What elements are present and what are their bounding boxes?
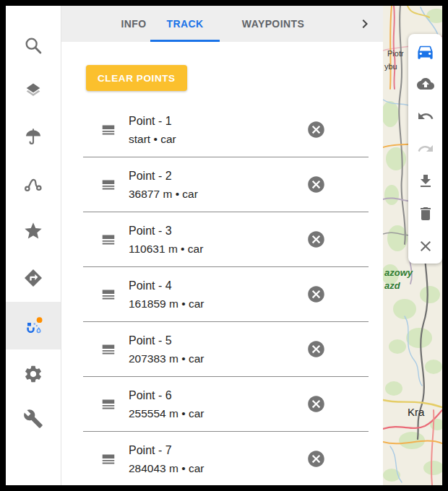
remove-point-button[interactable] xyxy=(306,284,327,305)
point-subtitle: start • car xyxy=(129,130,306,148)
point-title: Point - 3 xyxy=(129,222,306,240)
star-icon[interactable] xyxy=(17,215,49,247)
track-panel: INFO TRACK WAYPOINTS CLEAR POINTS Point … xyxy=(61,6,383,485)
track-point-row: Point - 3 110631 m • car xyxy=(83,212,369,267)
tab-info[interactable]: INFO xyxy=(112,6,155,42)
point-title: Point - 5 xyxy=(129,331,306,349)
undo-icon[interactable] xyxy=(415,105,436,127)
close-icon[interactable] xyxy=(415,235,436,257)
track-point-row: Point - 6 255554 m • car xyxy=(83,377,369,432)
drag-handle-icon[interactable] xyxy=(100,451,117,468)
track-tab-content: CLEAR POINTS Point - 1 start • car Point… xyxy=(61,42,383,485)
drag-handle-icon[interactable] xyxy=(100,176,117,194)
map-town-label-2: ybu xyxy=(384,62,397,71)
tab-bar: INFO TRACK WAYPOINTS xyxy=(61,6,383,42)
app-window: INFO TRACK WAYPOINTS CLEAR POINTS Point … xyxy=(6,6,442,485)
point-title: Point - 7 xyxy=(129,441,306,459)
chevron-right-icon[interactable] xyxy=(356,15,374,32)
point-subtitle: 255554 m • car xyxy=(129,404,306,422)
remove-point-button[interactable] xyxy=(306,120,327,140)
point-subtitle: 161859 m • car xyxy=(129,295,306,313)
remove-point-button[interactable] xyxy=(306,394,327,414)
remove-point-button[interactable] xyxy=(306,449,327,469)
screen-frame: { "tabs": { "items": [ { "label": "INFO"… xyxy=(0,0,448,491)
car-mode-icon[interactable] xyxy=(415,40,436,62)
point-text: Point - 1 start • car xyxy=(129,112,306,148)
track-editor-icon[interactable] xyxy=(17,310,49,342)
layers-icon[interactable] xyxy=(17,75,49,107)
track-point-row: Point - 1 start • car xyxy=(83,103,369,157)
remove-point-button[interactable] xyxy=(306,230,327,250)
point-subtitle: 207383 m • car xyxy=(129,349,306,368)
tab-track[interactable]: TRACK xyxy=(150,6,220,42)
remove-point-button[interactable] xyxy=(306,339,327,360)
point-title: Point - 6 xyxy=(129,386,306,404)
point-title: Point - 2 xyxy=(129,167,306,185)
route-icon[interactable] xyxy=(17,169,49,201)
map-city-label: Kra xyxy=(408,406,425,418)
notification-badge-dot xyxy=(37,317,43,323)
redo-icon[interactable] xyxy=(415,138,436,160)
point-subtitle: 284043 m • car xyxy=(129,459,306,477)
track-point-row: Point - 4 161859 m • car xyxy=(83,267,369,322)
map-area-label: azowy xyxy=(384,267,413,278)
point-text: Point - 7 284043 m • car xyxy=(129,441,306,477)
remove-point-button[interactable] xyxy=(306,175,327,195)
point-text: Point - 3 110631 m • car xyxy=(129,222,306,258)
clear-points-button[interactable]: CLEAR POINTS xyxy=(86,65,187,91)
map-town-label: Piotr xyxy=(387,49,404,58)
drag-handle-icon[interactable] xyxy=(100,396,117,413)
track-point-row: Point - 7 284043 m • car xyxy=(83,432,369,485)
point-text: Point - 2 36877 m • car xyxy=(129,167,306,203)
settings-icon[interactable] xyxy=(17,358,49,390)
tools-icon[interactable] xyxy=(17,403,49,435)
download-icon[interactable] xyxy=(415,170,436,192)
track-point-row: Point - 2 36877 m • car xyxy=(83,157,369,212)
delete-icon[interactable] xyxy=(415,203,436,225)
point-subtitle: 110631 m • car xyxy=(129,240,306,258)
map-toolbar xyxy=(408,34,442,264)
track-point-list: Point - 1 start • car Point - 2 36877 m … xyxy=(61,103,383,485)
drag-handle-icon[interactable] xyxy=(100,341,117,358)
cloud-upload-icon[interactable] xyxy=(415,73,436,95)
directions-icon[interactable] xyxy=(17,262,49,294)
point-text: Point - 4 161859 m • car xyxy=(129,277,306,313)
point-text: Point - 6 255554 m • car xyxy=(129,386,306,422)
point-subtitle: 36877 m • car xyxy=(129,185,306,203)
drag-handle-icon[interactable] xyxy=(100,121,117,139)
point-title: Point - 1 xyxy=(129,112,306,130)
point-text: Point - 5 207383 m • car xyxy=(129,331,306,368)
umbrella-icon[interactable] xyxy=(17,121,49,153)
tab-waypoints[interactable]: WAYPOINTS xyxy=(233,6,313,42)
map-area: Piotr ybu azowy azd Kra xyxy=(383,6,442,485)
point-title: Point - 4 xyxy=(129,277,306,295)
map-area-label-2: azd xyxy=(384,280,401,291)
track-point-row: Point - 5 207383 m • car xyxy=(83,322,369,377)
search-icon[interactable] xyxy=(17,30,49,61)
drag-handle-icon[interactable] xyxy=(100,286,117,303)
icon-sidebar xyxy=(6,6,61,485)
drag-handle-icon[interactable] xyxy=(100,231,117,248)
